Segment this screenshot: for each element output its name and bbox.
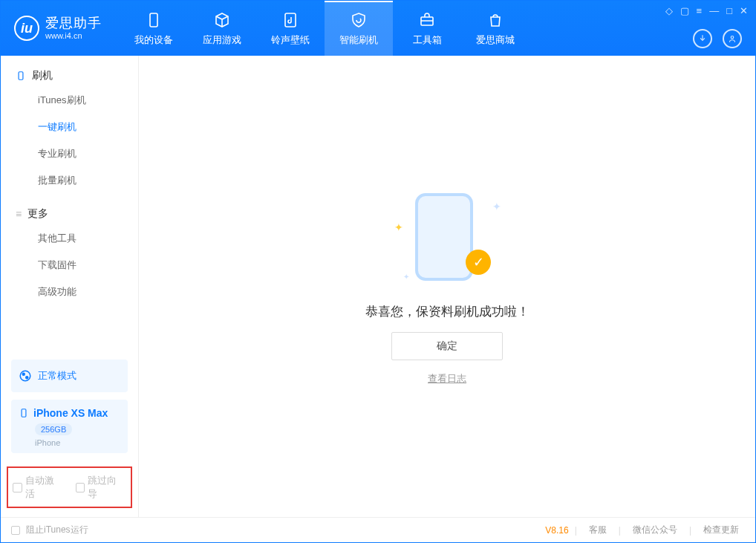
sparkle-icon: ✦: [394, 221, 403, 233]
nav-tabs: 我的设备 应用游戏 铃声壁纸 智能刷机 工具箱 爱思商城: [120, 1, 529, 56]
toolbox-icon: [418, 11, 436, 29]
sparkle-icon: ✦: [403, 273, 409, 281]
svg-point-7: [26, 377, 28, 379]
flash-options-box: 自动激活 跳过向导: [7, 466, 132, 508]
logo[interactable]: iu 爱思助手 www.i4.cn: [1, 16, 112, 41]
bag-icon: [486, 11, 504, 29]
sparkle-icon: ✦: [492, 201, 501, 212]
checkbox-icon[interactable]: [11, 526, 20, 535]
minimize-button[interactable]: —: [709, 5, 719, 16]
sidebar-item-firmware[interactable]: 下载固件: [1, 252, 138, 279]
svg-rect-1: [285, 13, 296, 27]
tab-device[interactable]: 我的设备: [120, 1, 188, 56]
logo-icon: iu: [14, 16, 39, 41]
device-capacity: 256GB: [35, 423, 72, 435]
sidebar-item-itunes[interactable]: iTunes刷机: [1, 87, 138, 114]
phone-illustration-icon: [415, 193, 473, 281]
sidebar-item-onekey[interactable]: 一键刷机: [1, 114, 138, 140]
download-icon: [697, 33, 708, 44]
shield-refresh-icon: [350, 11, 368, 29]
svg-point-5: [20, 371, 30, 381]
footer-link-wechat[interactable]: 微信公众号: [627, 524, 683, 536]
sidebar-item-advanced[interactable]: 高级功能: [1, 279, 138, 305]
tab-label: 应用游戏: [203, 33, 241, 47]
svg-rect-0: [150, 13, 157, 27]
tab-store[interactable]: 爱思商城: [461, 1, 529, 56]
device-mode[interactable]: 正常模式: [11, 360, 128, 392]
tab-flash[interactable]: 智能刷机: [325, 1, 393, 56]
svg-rect-4: [19, 72, 23, 80]
opt-auto-activate[interactable]: 自动激活: [13, 474, 64, 501]
tab-label: 工具箱: [413, 33, 442, 47]
main-content: ✦ ✦ ✦ ✓ 恭喜您，保资料刷机成功啦！ 确定 查看日志: [139, 56, 755, 517]
menu-icon[interactable]: ≡: [697, 5, 703, 16]
logo-title: 爱思助手: [45, 16, 102, 31]
ok-button[interactable]: 确定: [391, 332, 503, 360]
device-card[interactable]: iPhone XS Max 256GB iPhone: [11, 400, 128, 453]
cube-icon: [213, 11, 231, 29]
sidebar-item-pro[interactable]: 专业刷机: [1, 140, 138, 167]
version-label: V8.16: [545, 525, 568, 536]
footer-link-update[interactable]: 检查更新: [697, 524, 745, 536]
logo-url: www.i4.cn: [45, 31, 102, 41]
device-type: iPhone: [35, 438, 120, 447]
user-button[interactable]: [723, 29, 742, 48]
sidebar-item-batch[interactable]: 批量刷机: [1, 167, 138, 194]
svg-rect-8: [22, 409, 26, 417]
mode-icon: [19, 369, 32, 383]
tab-label: 铃声壁纸: [271, 33, 310, 47]
tab-label: 爱思商城: [476, 33, 515, 47]
success-message: 恭喜您，保资料刷机成功啦！: [365, 303, 529, 320]
sidebar-item-other[interactable]: 其他工具: [1, 225, 138, 252]
sidebar: 刷机 iTunes刷机 一键刷机 专业刷机 批量刷机 ≡ 更多 其他工具 下载固…: [1, 56, 139, 517]
checkbox-icon: [13, 483, 22, 492]
success-illustration: ✦ ✦ ✦ ✓: [391, 187, 503, 291]
device-name: iPhone XS Max: [33, 407, 108, 419]
device-icon: [16, 71, 26, 81]
user-icon: [727, 33, 737, 44]
checkbox-icon: [76, 483, 85, 492]
header: iu 爱思助手 www.i4.cn 我的设备 应用游戏 铃声壁纸 智能刷机: [1, 1, 755, 56]
tab-rings[interactable]: 铃声壁纸: [256, 1, 325, 56]
opt-skip-guide[interactable]: 跳过向导: [76, 474, 127, 501]
sidebar-group-more: ≡ 更多: [1, 194, 138, 225]
view-log-link[interactable]: 查看日志: [428, 372, 466, 386]
close-button[interactable]: ✕: [740, 5, 748, 16]
footer: 阻止iTunes运行 V8.16 | 客服 | 微信公众号 | 检查更新: [1, 517, 755, 542]
sidebar-group-flash: 刷机: [1, 56, 138, 87]
phone-icon: [145, 11, 163, 29]
shirt-icon[interactable]: ◇: [665, 5, 673, 16]
footer-link-support[interactable]: 客服: [583, 524, 613, 536]
check-badge-icon: ✓: [466, 250, 491, 275]
tab-label: 智能刷机: [339, 33, 378, 47]
download-button[interactable]: [693, 29, 712, 48]
phone-small-icon: [19, 408, 29, 418]
maximize-button[interactable]: □: [726, 5, 732, 16]
svg-point-3: [731, 36, 734, 39]
list-icon: ≡: [16, 208, 22, 220]
music-file-icon: [281, 11, 299, 29]
tab-toolbox[interactable]: 工具箱: [393, 1, 461, 56]
svg-point-6: [22, 373, 25, 375]
block-itunes-toggle-label[interactable]: 阻止iTunes运行: [26, 524, 88, 536]
settings-icon[interactable]: ▢: [680, 5, 689, 16]
window-controls: ◇ ▢ ≡ — □ ✕: [665, 5, 748, 16]
tab-label: 我的设备: [134, 33, 173, 47]
tab-apps[interactable]: 应用游戏: [188, 1, 256, 56]
